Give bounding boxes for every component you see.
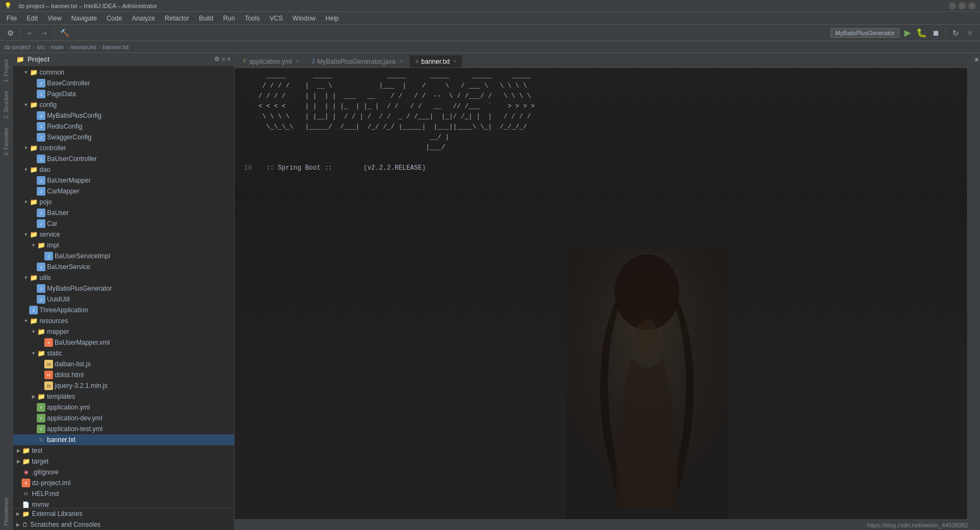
menu-item-tools[interactable]: Tools (241, 14, 264, 23)
tree-arrow-mapper[interactable]: ▼ (30, 329, 37, 334)
maximize-button[interactable]: □ (958, 2, 966, 10)
menu-item-window[interactable]: Window (288, 14, 320, 23)
tree-item-application-dev.yml[interactable]: Yapplication-dev.yml (13, 413, 234, 424)
tree-arrow-dao[interactable]: ▼ (23, 167, 29, 172)
tree-item-service[interactable]: ▼📁service (13, 229, 234, 240)
menu-item-view[interactable]: View (43, 14, 66, 23)
project-close-icon[interactable]: × (228, 56, 231, 63)
scratches-consoles-item[interactable]: ▶ 🗒 Scratches and Consoles (13, 519, 234, 530)
tree-item-HELP.md[interactable]: MHELP.md (13, 488, 234, 499)
tree-arrow-resources[interactable]: ▼ (23, 318, 29, 324)
tree-arrow-utils[interactable]: ▼ (23, 275, 29, 280)
vtab-persistence[interactable]: Persistence (2, 493, 11, 530)
tree-item-mapper[interactable]: ▼📁mapper (13, 326, 234, 337)
debug-button[interactable]: 🐛 (916, 27, 928, 39)
tree-item-dblist.html[interactable]: Hdblist.html (13, 370, 234, 380)
tree-item-Car[interactable]: JCar (13, 218, 234, 229)
menu-item-vcs[interactable]: VCS (265, 14, 288, 23)
tree-item-templates[interactable]: ▶📁templates (13, 391, 234, 402)
vtab-structure[interactable]: 2: Structure (2, 86, 11, 123)
breadcrumb-item-resources[interactable]: resources (70, 44, 96, 50)
tree-item-MyBatisPlusGenerator[interactable]: JMyBatisPlusGenerator (13, 283, 234, 294)
tree-arrow-static[interactable]: ▼ (30, 351, 37, 356)
tree-arrow-test[interactable]: ▶ (15, 448, 22, 453)
tree-item-SwaggerConfig[interactable]: JSwaggerConfig (13, 132, 234, 143)
tree-item-BaseController[interactable]: JBaseController (13, 78, 234, 89)
git-button[interactable]: ⑂ (964, 27, 976, 39)
tree-item-banner.txt[interactable]: ≡banner.txt (13, 434, 234, 445)
breadcrumb-item-project[interactable]: dz-project (4, 44, 30, 50)
forward-button[interactable]: → (38, 27, 50, 39)
menu-item-analyze[interactable]: Analyze (128, 14, 159, 23)
tree-arrow-templates[interactable]: ▶ (30, 394, 37, 399)
tree-item-pojo[interactable]: ▼📁pojo (13, 197, 234, 207)
tree-item-test[interactable]: ▶📁test (13, 445, 234, 456)
tree-arrow-target[interactable]: ▶ (15, 459, 22, 464)
tree-item-utils[interactable]: ▼📁utils (13, 272, 234, 283)
tree-item-config[interactable]: ▼📁config (13, 99, 234, 110)
tree-item-CarMapper[interactable]: JCarMapper (13, 186, 234, 197)
tree-item-resources[interactable]: ▼📁resources (13, 316, 234, 326)
tab-close-banner.txt[interactable]: × (454, 58, 457, 64)
project-collapse-icon[interactable]: ≡ (222, 56, 225, 63)
tree-item-ThreeApplication[interactable]: JThreeApplication (13, 305, 234, 316)
build-button[interactable]: 🔨 (58, 27, 70, 39)
close-button[interactable]: × (968, 2, 976, 10)
tree-item-application-test.yml[interactable]: Yapplication-test.yml (13, 424, 234, 434)
tree-arrow-service[interactable]: ▼ (23, 232, 29, 237)
tab-close-application.yml[interactable]: × (296, 58, 299, 64)
tree-item-common[interactable]: ▼📁common (13, 67, 234, 78)
external-libraries-item[interactable]: ▶ 📁 External Libraries (13, 508, 234, 519)
sync-button[interactable]: ↻ (950, 27, 962, 39)
tree-item-BaUser[interactable]: JBaUser (13, 207, 234, 218)
tree-item-UuidUtil[interactable]: JUuidUtil (13, 294, 234, 305)
editor-content[interactable]: _____ _____ _____ _____ _____ _____ / / … (235, 68, 972, 519)
tree-arrow-common[interactable]: ▼ (23, 70, 29, 75)
vtab-favorites[interactable]: 3: Favorites (2, 123, 11, 160)
settings-button[interactable]: ⚙ (4, 27, 16, 39)
tree-item-RedisConfig[interactable]: JRedisConfig (13, 121, 234, 132)
tree-item-application.yml[interactable]: Yapplication.yml (13, 402, 234, 413)
project-settings-icon[interactable]: ⚙ (214, 56, 219, 63)
menu-item-refactor[interactable]: Refactor (161, 14, 194, 23)
tree-item-static[interactable]: ▼📁static (13, 348, 234, 359)
editor-tab-application.yml[interactable]: Y application.yml × (237, 55, 305, 68)
menu-item-edit[interactable]: Edit (22, 14, 42, 23)
right-tab-item[interactable]: ▣ (973, 53, 981, 67)
stop-button[interactable]: ⏹ (930, 27, 942, 39)
tree-item-BaUserController[interactable]: JBaUserController (13, 153, 234, 164)
minimize-button[interactable]: − (949, 2, 956, 10)
back-button[interactable]: ← (24, 27, 36, 39)
run-config-selector[interactable]: MyBatisPlusGenerator (830, 28, 899, 38)
tree-arrow-controller[interactable]: ▼ (23, 145, 29, 151)
tree-item-target[interactable]: ▶📁target (13, 456, 234, 467)
tree-item-MyBatisPlusConfig[interactable]: JMyBatisPlusConfig (13, 110, 234, 121)
tree-item-.gitignore[interactable]: ◉.gitignore (13, 467, 234, 478)
tree-item-BaUserMapper[interactable]: JBaUserMapper (13, 175, 234, 186)
menu-item-navigate[interactable]: Navigate (67, 14, 101, 23)
tree-item-PageData[interactable]: JPageData (13, 89, 234, 99)
menu-item-run[interactable]: Run (219, 14, 239, 23)
tree-item-dz-project.iml[interactable]: Xdz-project.iml (13, 478, 234, 488)
run-button[interactable]: ▶ (902, 27, 914, 39)
menu-item-file[interactable]: File (2, 14, 21, 23)
breadcrumb-item-file[interactable]: banner.txt (103, 44, 129, 50)
tree-item-dao[interactable]: ▼📁dao (13, 164, 234, 175)
tree-item-daiban-list.js[interactable]: JSdaiban-list.js (13, 359, 234, 370)
tree-item-impl[interactable]: ▼📁impl (13, 240, 234, 251)
tree-item-mvnw[interactable]: 📄mvnw (13, 499, 234, 508)
vtab-project[interactable]: 1: Project (2, 55, 11, 86)
menu-item-help[interactable]: Help (321, 14, 343, 23)
tree-arrow-config[interactable]: ▼ (23, 102, 29, 108)
tree-arrow-impl[interactable]: ▼ (30, 243, 37, 248)
tree-item-BaUserMapper.xml[interactable]: XBaUserMapper.xml (13, 337, 234, 348)
editor-tab-banner.txt[interactable]: ≡ banner.txt × (409, 55, 462, 68)
tree-item-jquery-3.2.1.min.js[interactable]: JSjquery-3.2.1.min.js (13, 380, 234, 391)
tab-close-MyBatisPlusGenerator.java[interactable]: × (399, 58, 403, 64)
breadcrumb-item-src[interactable]: src (37, 44, 45, 50)
tree-item-BaUserServiceImpl[interactable]: JBaUserServiceImpl (13, 251, 234, 261)
tree-item-controller[interactable]: ▼📁controller (13, 143, 234, 153)
menu-item-build[interactable]: Build (195, 14, 218, 23)
breadcrumb-item-main[interactable]: main (51, 44, 64, 50)
editor-tab-MyBatisPlusGenerator.java[interactable]: J MyBatisPlusGenerator.java × (306, 55, 409, 68)
